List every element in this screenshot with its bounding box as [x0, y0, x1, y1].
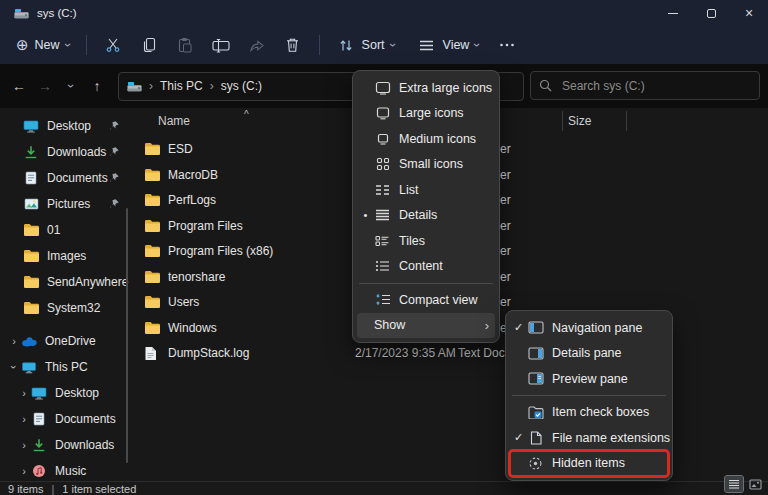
menu-item-file-name-extensions[interactable]: ✓File name extensions: [510, 425, 668, 451]
sidebar-item-images[interactable]: Images: [0, 243, 130, 269]
menu-item-item-check-boxes[interactable]: Item check boxes: [510, 400, 668, 426]
chevron-right-icon[interactable]: ›: [18, 465, 30, 477]
forward-button[interactable]: →: [32, 73, 58, 99]
sidebar-item-desktop[interactable]: Desktop: [0, 113, 130, 139]
chevron-down-icon: ›: [386, 43, 400, 47]
tree-item-onedrive[interactable]: ›OneDrive: [0, 328, 130, 354]
item-checkboxes-icon: [527, 406, 544, 419]
sidebar-scrollbar[interactable]: [126, 208, 128, 463]
sort-button[interactable]: Sort ›: [328, 32, 403, 59]
sidebar-item-system32[interactable]: System32: [0, 295, 130, 321]
chevron-down-icon[interactable]: ›: [8, 361, 20, 373]
up-button[interactable]: ↑: [84, 73, 110, 99]
menu-item-details[interactable]: •Details: [357, 203, 495, 229]
menu-item-list[interactable]: List: [357, 177, 495, 203]
details-view-toggle[interactable]: [725, 476, 743, 492]
menu-item-preview-pane[interactable]: Preview pane: [510, 366, 668, 392]
file-name: ESD: [168, 142, 193, 156]
sidebar-item-documents[interactable]: Documents: [0, 165, 130, 191]
tree-item-this-pc[interactable]: ›This PC: [0, 354, 130, 380]
plus-circle-icon: ⊕: [16, 36, 29, 54]
menu-item-details-pane[interactable]: Details pane: [510, 341, 668, 367]
recent-locations-button[interactable]: ›: [58, 73, 84, 99]
tree-item-label: Music: [55, 464, 86, 478]
folder-icon: [144, 270, 161, 284]
downloads-icon: [22, 145, 40, 159]
menu-item-small-icons[interactable]: Small icons: [357, 152, 495, 178]
column-divider[interactable]: [626, 111, 627, 131]
breadcrumb-segment-drive[interactable]: sys (C:): [221, 79, 262, 93]
file-explorer-window: sys (C:) × ⊕ New › Sort › View ›: [0, 0, 768, 495]
paste-button[interactable]: [167, 31, 203, 59]
menu-item-show[interactable]: Show›: [357, 313, 495, 339]
cut-button[interactable]: [95, 31, 131, 59]
folder-icon: [144, 193, 161, 207]
menu-item-content[interactable]: Content: [357, 254, 495, 280]
chevron-right-icon[interactable]: ›: [18, 439, 30, 451]
command-bar: ⊕ New › Sort › View ›: [0, 26, 768, 64]
file-name: tenorshare: [168, 270, 225, 284]
compact-view-icon: [374, 293, 391, 306]
thumbnail-view-toggle[interactable]: [746, 476, 764, 492]
menu-item-label: Large icons: [399, 106, 495, 120]
menu-separator: [359, 283, 493, 284]
sidebar-item-pictures[interactable]: Pictures: [0, 191, 130, 217]
tree-item-music[interactable]: ›Music: [0, 458, 130, 481]
minimize-button[interactable]: [654, 0, 692, 26]
close-button[interactable]: ×: [730, 0, 768, 26]
menu-item-medium-icons[interactable]: Medium icons: [357, 126, 495, 152]
menu-item-label: Extra large icons: [399, 81, 495, 95]
back-button[interactable]: ←: [6, 73, 32, 99]
column-divider[interactable]: [562, 111, 563, 131]
downloads-icon: [30, 438, 48, 452]
tree-item-documents[interactable]: ›Documents: [0, 406, 130, 432]
sidebar-item-downloads[interactable]: Downloads: [0, 139, 130, 165]
sidebar-item-01[interactable]: 01: [0, 217, 130, 243]
desktop-icon: [22, 120, 40, 133]
music-icon: [30, 464, 48, 478]
menu-item-label: Small icons: [399, 157, 495, 171]
search-box[interactable]: [530, 71, 760, 100]
column-header-size[interactable]: Size: [568, 114, 591, 128]
menu-item-hidden-items[interactable]: Hidden items: [510, 451, 668, 477]
share-button[interactable]: [239, 32, 275, 59]
chevron-right-icon[interactable]: ›: [18, 387, 30, 399]
view-button[interactable]: View ›: [409, 32, 488, 58]
new-button[interactable]: ⊕ New ›: [8, 30, 78, 60]
folder-icon: [22, 301, 40, 315]
show-submenu: ✓Navigation paneDetails panePreview pane…: [505, 310, 673, 481]
folder-icon: [22, 249, 40, 263]
search-icon: [539, 79, 552, 92]
sidebar-item-label: 01: [47, 223, 60, 237]
selected-bullet-icon: •: [357, 209, 374, 221]
menu-item-navigation-pane[interactable]: ✓Navigation pane: [510, 315, 668, 341]
s-icons-icon: [374, 157, 391, 171]
preview-pane-icon: [527, 372, 544, 385]
chevron-right-icon[interactable]: ›: [8, 335, 20, 347]
column-header-name[interactable]: Name: [158, 114, 190, 128]
rename-button[interactable]: [203, 32, 239, 59]
copy-button[interactable]: [131, 31, 167, 59]
search-input[interactable]: [560, 78, 751, 94]
pin-icon: [109, 120, 120, 134]
copy-icon: [139, 37, 159, 53]
menu-item-label: Preview pane: [552, 372, 668, 386]
sort-arrows-icon: [336, 38, 356, 53]
tree-item-downloads[interactable]: ›Downloads: [0, 432, 130, 458]
breadcrumb-segment-thispc[interactable]: This PC: [160, 79, 203, 93]
menu-item-large-icons[interactable]: Large icons: [357, 101, 495, 127]
more-options-button[interactable]: [487, 37, 527, 53]
file-name: DumpStack.log: [168, 346, 249, 360]
menu-item-extra-large-icons[interactable]: Extra large icons: [357, 75, 495, 101]
menu-item-label: Content: [399, 259, 495, 273]
navigation-pane: DesktopDownloadsDocumentsPictures01Image…: [0, 108, 130, 481]
menu-item-tiles[interactable]: Tiles: [357, 228, 495, 254]
tree-item-desktop[interactable]: ›Desktop: [0, 380, 130, 406]
maximize-button[interactable]: [692, 0, 730, 26]
delete-button[interactable]: [275, 31, 311, 59]
list-view-icon: [374, 184, 391, 196]
chevron-right-icon[interactable]: ›: [18, 413, 30, 425]
sidebar-item-sendanywhere[interactable]: SendAnywhere: [0, 269, 130, 295]
menu-item-compact-view[interactable]: Compact view: [357, 287, 495, 313]
delete-icon: [283, 37, 303, 53]
